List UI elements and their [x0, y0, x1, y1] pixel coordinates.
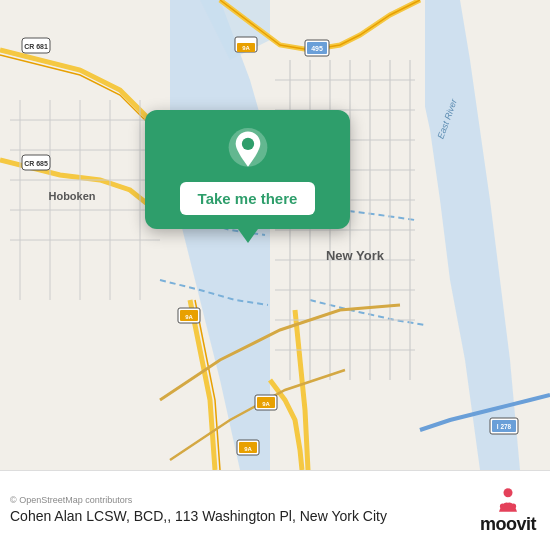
- svg-text:9A: 9A: [262, 401, 270, 407]
- info-text: © OpenStreetMap contributors Cohen Alan …: [10, 495, 468, 525]
- svg-text:495: 495: [311, 45, 323, 52]
- moovit-logo: moovit: [480, 486, 536, 535]
- popup: Take me there: [145, 110, 350, 229]
- map-container: NY 9A 495 495 CR 681 CR 685 9A 9A 9A I 2…: [0, 0, 550, 470]
- location-name: Cohen Alan LCSW, BCD,, 113 Washington Pl…: [10, 507, 468, 525]
- info-bar: © OpenStreetMap contributors Cohen Alan …: [0, 470, 550, 550]
- svg-text:9A: 9A: [185, 314, 193, 320]
- svg-point-59: [241, 138, 253, 150]
- map-svg: NY 9A 495 495 CR 681 CR 685 9A 9A 9A I 2…: [0, 0, 550, 470]
- osm-credit: © OpenStreetMap contributors: [10, 495, 468, 505]
- svg-point-62: [511, 504, 516, 509]
- take-me-there-button[interactable]: Take me there: [180, 182, 316, 215]
- svg-text:New York: New York: [326, 248, 385, 263]
- osm-copyright: © OpenStreetMap contributors: [10, 495, 132, 505]
- svg-text:I 278: I 278: [497, 423, 512, 430]
- svg-text:CR 685: CR 685: [24, 160, 48, 167]
- svg-text:9A: 9A: [242, 45, 250, 51]
- svg-rect-1: [270, 0, 425, 470]
- svg-text:9A: 9A: [244, 446, 252, 452]
- svg-point-60: [503, 488, 512, 497]
- svg-point-61: [500, 504, 505, 509]
- location-pin-icon: [226, 128, 270, 172]
- svg-text:CR 681: CR 681: [24, 43, 48, 50]
- moovit-icon: [490, 486, 526, 514]
- moovit-text: moovit: [480, 514, 536, 535]
- svg-text:Hoboken: Hoboken: [48, 190, 95, 202]
